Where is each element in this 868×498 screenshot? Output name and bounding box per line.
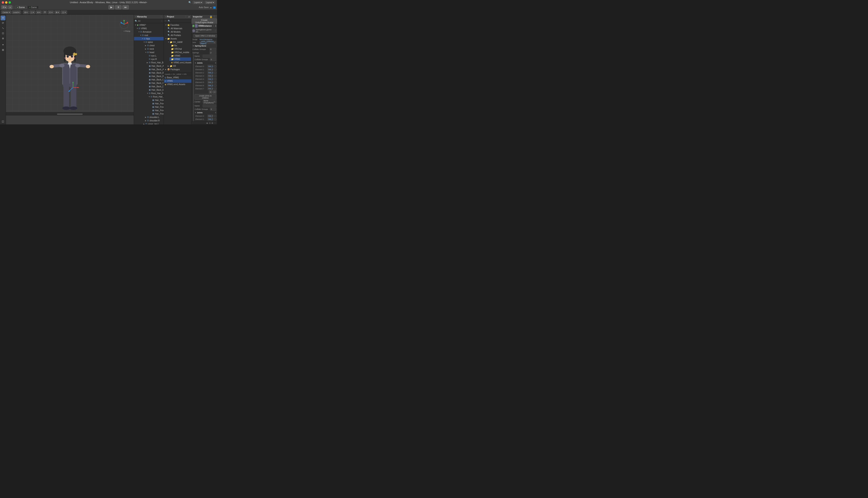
s2-e0-circle[interactable] bbox=[214, 115, 216, 117]
tree-root-hair-back[interactable]: ▶ ⊡ Root_Hair_Back_A.L bbox=[134, 61, 164, 64]
search-btn[interactable]: 🔍 bbox=[168, 20, 170, 22]
menu-button[interactable]: ≡ bbox=[8, 5, 12, 9]
tree-hair-back-bl[interactable]: ▦ Hair_Back_B.L bbox=[134, 71, 164, 75]
s1-e1-circle[interactable] bbox=[214, 68, 216, 70]
status-icon-1[interactable]: ◈ bbox=[206, 122, 208, 124]
project-menu-icon[interactable]: ⋮ bbox=[185, 15, 187, 18]
game-tab-btn[interactable]: ● Game bbox=[27, 6, 39, 9]
s1-e2-circle[interactable] bbox=[214, 72, 216, 74]
h-scrollbar[interactable] bbox=[6, 114, 134, 115]
fbx-folder[interactable]: 📁 fbx bbox=[169, 44, 191, 47]
open-vrm-button[interactable]: Open VRM 1.0 Window bbox=[193, 34, 217, 38]
scene-tab-btn[interactable]: ● Scene bbox=[15, 6, 27, 9]
vrm-enable-checkbox[interactable]: ✓ bbox=[192, 25, 194, 27]
gizmo-btn-3[interactable]: ⊕ ▾ bbox=[36, 11, 42, 14]
tree-hair-front-c[interactable]: ▦ Hair_Front_C bbox=[134, 105, 164, 109]
move-tool[interactable]: ✥ bbox=[1, 16, 5, 20]
layout-label[interactable]: Layout ▾ bbox=[205, 1, 215, 4]
cloud-icon[interactable]: ☁ bbox=[209, 6, 212, 9]
inspector-lock-icon[interactable]: 🔒 bbox=[209, 15, 213, 18]
auto-save-label[interactable]: Auto Save bbox=[199, 6, 209, 9]
center-toggle[interactable]: Center ▾ bbox=[1, 11, 11, 14]
s2-e1-circle[interactable] bbox=[214, 118, 216, 120]
s1-e7-circle[interactable] bbox=[214, 88, 216, 90]
hierarchy-lock-icon[interactable]: ⋮ bbox=[160, 15, 162, 18]
tree-shoulder-r[interactable]: ▶ ⊡ shoulder.R bbox=[134, 119, 164, 122]
tree-armature[interactable]: ▼ ⊡ Armature bbox=[134, 30, 164, 34]
collab-icon[interactable]: 👥 bbox=[213, 6, 216, 9]
play-button[interactable]: ▶ bbox=[108, 5, 114, 9]
tree-vrm1-root[interactable]: ▼ ◉ VRM1* bbox=[134, 23, 164, 27]
tree-hair-back-ar[interactable]: ▦ Hair_Back_A.R bbox=[134, 68, 164, 71]
s2-name-val[interactable] bbox=[203, 104, 216, 107]
tree-upper-leg-l[interactable]: ▶ ⊡ upper_leg.L bbox=[134, 122, 164, 124]
tree-root[interactable]: ▼ ⊡ root bbox=[134, 34, 164, 37]
s1-e4-val[interactable]: Hair_Back_C.L (VRM10 Spring Bo bbox=[208, 78, 213, 80]
tree-hips[interactable]: ▼ ⊡ hips bbox=[134, 37, 164, 40]
spring-bone-section[interactable]: ▼ Spring Bone bbox=[192, 44, 217, 48]
vrm1-file[interactable]: ⊡ VRM1 bbox=[164, 79, 191, 83]
all-materials[interactable]: 🔍 All Materials bbox=[167, 27, 191, 30]
local-toggle[interactable]: Local ▾ bbox=[12, 11, 21, 14]
scene-gizmo[interactable]: X Y Z bbox=[119, 19, 129, 30]
tree-vrm1[interactable]: ▼ ⊡ VRM1 bbox=[134, 27, 164, 30]
tree-root-hair-front-a[interactable]: ▼ ⊡ Root_Hair_Front_A bbox=[134, 92, 164, 95]
search-icon[interactable]: 🔍 bbox=[188, 1, 191, 4]
s1-name-val[interactable] bbox=[203, 55, 216, 57]
layers-tool[interactable]: ◫ bbox=[1, 119, 5, 124]
rect-tool[interactable]: ⊡ bbox=[1, 31, 5, 36]
tree-root-hair-front-b[interactable]: ▼ ⊡ Root_Hair_Front_... bbox=[134, 95, 164, 99]
all-models[interactable]: 🔍 All Models bbox=[167, 30, 191, 34]
tree-hair-front-b[interactable]: ▦ Hair_Front_B bbox=[134, 102, 164, 105]
tree-neck[interactable]: ▶ ⊡ neck bbox=[134, 47, 164, 51]
tree-hair-front-e[interactable]: ▦ Hair_Front_E bbox=[134, 112, 164, 115]
s1-e0-val[interactable]: Hair_Back_A.L (VRM10 Spring Boi bbox=[208, 65, 213, 68]
rotate-tool[interactable]: ⟳ bbox=[1, 21, 5, 25]
inspector-menu-icon[interactable]: ⋮ bbox=[213, 15, 216, 18]
xr-folder[interactable]: ▶ 📁 XR bbox=[167, 64, 191, 68]
gizmo-btn-5[interactable]: ⊠ ▾ bbox=[54, 11, 61, 14]
s1-e3-circle[interactable] bbox=[214, 75, 216, 77]
s2-e0-val[interactable]: Hair_Front_A (VRM10 Spring Bone bbox=[208, 115, 213, 117]
vrm-info-icon[interactable]: ℹ bbox=[215, 25, 216, 27]
gizmo-btn-4[interactable]: ⊡ ▾ bbox=[48, 11, 54, 14]
gizmo-btn-2[interactable]: ◻ ▾ bbox=[29, 11, 35, 14]
s1-e2-val[interactable]: Hair_Back_B.L (VRM10 Spring Boi bbox=[208, 71, 213, 74]
vrm0-folder[interactable]: 📁 VRM0 bbox=[169, 54, 191, 57]
tree-hair-back-br[interactable]: ▦ Hair_Back_B.R bbox=[134, 75, 164, 78]
spring1-create-joints[interactable]: create joints to children bbox=[194, 94, 216, 100]
vrchat-folder[interactable]: 📁 VRChat bbox=[169, 47, 191, 51]
custom-tool-2[interactable]: ⊠ bbox=[1, 48, 5, 52]
custom-tool-1[interactable]: ✦ bbox=[1, 42, 5, 47]
transform-tool[interactable]: ⊕ bbox=[1, 36, 5, 41]
tree-spine[interactable]: ▼ ⊡ spine bbox=[134, 40, 164, 44]
tree-chest[interactable]: ▶ ⊡ chest bbox=[134, 44, 164, 47]
s1-e4-circle[interactable] bbox=[214, 78, 216, 80]
s1-e3-val[interactable]: Hair_Back_B.R (VRM10 Spring Boi bbox=[208, 75, 213, 77]
h-menu-button[interactable]: H ▾ bbox=[1, 5, 8, 9]
tree-hair-back-cl[interactable]: ▦ Hair_Back_C.L bbox=[134, 78, 164, 81]
spring1-joints-section[interactable]: ▼ Joints 8 bbox=[194, 61, 217, 65]
vrm1-assets-file2[interactable]: ◉ VRM1.vrm1.Assets bbox=[164, 83, 191, 86]
s1-e1-val[interactable]: Hair_Back_A.R (VRM10 Spring Boi bbox=[208, 68, 213, 71]
tree-hair-front-d[interactable]: ▦ Hair_Front_D bbox=[134, 109, 164, 112]
scene-viewport[interactable]: X Y Z < Persp bbox=[6, 15, 134, 124]
tree-shoulder-l[interactable]: ▶ ⊡ shoulder.L bbox=[134, 115, 164, 119]
vrm-dots-icon[interactable]: ⋮ bbox=[212, 25, 215, 27]
tree-hair-front-a[interactable]: ▦ Hair_Front_A bbox=[134, 99, 164, 102]
vrm-circle-icon[interactable]: ⊙ bbox=[214, 41, 215, 43]
scene-canvas[interactable]: X Y Z < Persp bbox=[6, 15, 134, 116]
tree-eye-l[interactable]: ⊡ eye.L bbox=[134, 54, 164, 57]
vrm1-assets-file[interactable]: ◉ VRM1.vrm1.Assets bbox=[169, 61, 191, 64]
plus-btn[interactable]: + bbox=[165, 20, 166, 22]
tree-hair-back-cr[interactable]: ▦ Hair_Back_C.R bbox=[134, 81, 164, 85]
layers-label[interactable]: Layers ▾ bbox=[193, 1, 203, 4]
vrchat-mobile-folder[interactable]: 📁 VRChat_mobile bbox=[169, 51, 191, 54]
spring1-add-btn[interactable]: + bbox=[209, 91, 212, 93]
snap-value[interactable]: 20 bbox=[42, 11, 47, 14]
status-icon-4[interactable]: ⋮ bbox=[214, 122, 216, 124]
sv-jobw-folder[interactable]: ▼ 📁 SV_JobW bbox=[167, 40, 191, 44]
base-vrm1-file[interactable]: ⊡ Base_VRM1 bbox=[164, 76, 191, 79]
s1-center-circle[interactable]: ⊙ bbox=[214, 101, 215, 103]
spring1-remove-btn[interactable]: − bbox=[213, 91, 216, 93]
